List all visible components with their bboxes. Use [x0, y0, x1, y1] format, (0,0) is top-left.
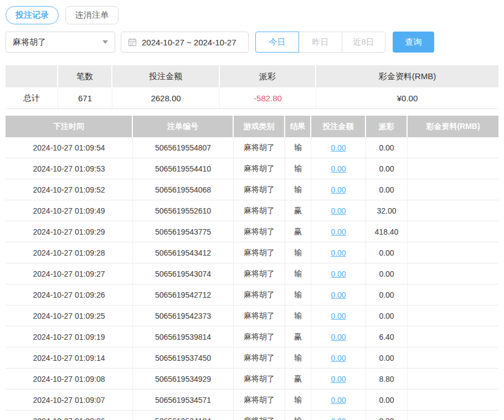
record-game: 麻将胡了 [234, 242, 285, 263]
record-result: 输 [285, 348, 311, 369]
summary-total-count: 671 [58, 87, 112, 109]
bet-amount-link[interactable]: 0.00 [331, 143, 346, 152]
record-result: 输 [285, 179, 311, 200]
quick-range-today-label: 今日 [269, 37, 286, 48]
record-payout: 0.00 [366, 179, 408, 200]
bet-amount-link[interactable]: 0.00 [331, 291, 346, 299]
record-game: 麻将胡了 [234, 137, 285, 158]
filter-toolbar: 麻将胡了 2024-10-27 ~ 2024-10-27 今日 昨 [6, 32, 498, 53]
quick-range-last8days[interactable]: 近8日 [342, 32, 385, 53]
records-header-time: 下注时间 [6, 116, 133, 137]
record-bonus [408, 263, 498, 284]
game-select-value: 麻将胡了 [13, 37, 46, 48]
record-row: 2024-10-27 01:09:26 5065619542712 麻将胡了 输… [6, 284, 498, 305]
quick-range-yesterday[interactable]: 昨日 [299, 32, 342, 53]
record-bet-id: 5065619534184 [133, 411, 234, 420]
record-time: 2024-10-27 01:09:19 [6, 326, 133, 348]
tab-betting-records[interactable]: 投注记录 [6, 6, 59, 24]
bet-amount-link[interactable]: 0.00 [331, 206, 346, 215]
date-range-picker[interactable]: 2024-10-27 ~ 2024-10-27 [121, 32, 249, 53]
record-bonus [408, 221, 498, 242]
record-game: 麻将胡了 [234, 284, 285, 305]
record-time: 2024-10-27 01:09:54 [6, 137, 133, 158]
record-bet-id: 5065619552610 [133, 200, 234, 221]
record-bonus [408, 284, 498, 305]
record-row: 2024-10-27 01:09:07 5065619534571 麻将胡了 输… [6, 390, 498, 411]
bet-amount-link[interactable]: 0.00 [331, 269, 346, 278]
record-time: 2024-10-27 01:09:14 [6, 348, 133, 369]
quick-range-today[interactable]: 今日 [255, 32, 299, 53]
record-result: 输 [285, 158, 311, 179]
bet-amount-link[interactable]: 0.00 [331, 396, 346, 405]
record-bet-id: 5065619554807 [133, 137, 234, 158]
betting-records-page: 投注记录 连消注单 麻将胡了 2024-10-27 ~ 2024-10-27 [0, 6, 504, 420]
record-game: 麻将胡了 [234, 348, 285, 369]
record-payout: 0.00 [366, 137, 408, 158]
record-payout: 8.80 [366, 369, 408, 390]
record-bonus [408, 326, 498, 348]
quick-range-last8days-label: 近8日 [353, 37, 374, 48]
quick-range-group: 今日 昨日 近8日 [255, 32, 385, 53]
record-bonus [408, 158, 498, 179]
tab-cancelled-bets[interactable]: 连消注单 [65, 6, 119, 24]
record-result: 赢 [285, 221, 311, 242]
summary-header-blank [6, 65, 58, 87]
game-select[interactable]: 麻将胡了 [6, 32, 115, 53]
record-payout: 0.00 [366, 263, 408, 284]
record-time: 2024-10-27 01:09:07 [6, 390, 133, 411]
bet-amount-link[interactable]: 0.00 [331, 248, 346, 257]
query-button[interactable]: 查询 [393, 32, 434, 53]
record-result: 输 [285, 284, 311, 305]
record-row: 2024-10-27 01:09:53 5065619554410 麻将胡了 输… [6, 158, 498, 179]
record-game: 麻将胡了 [234, 221, 285, 242]
records-header-bet-amount: 投注金额 [311, 116, 366, 137]
record-time: 2024-10-27 01:09:06 [6, 411, 133, 420]
record-bet-id: 5065619542712 [133, 284, 234, 305]
tab-cancelled-bets-label: 连消注单 [75, 10, 109, 20]
record-time: 2024-10-27 01:09:53 [6, 158, 133, 179]
bet-amount-link[interactable]: 0.00 [331, 375, 346, 383]
record-result: 赢 [285, 369, 311, 390]
bet-amount-link[interactable]: 0.00 [331, 417, 346, 420]
record-row: 2024-10-27 01:09:28 5065619543412 麻将胡了 输… [6, 242, 498, 263]
record-payout: 0.00 [366, 305, 408, 326]
bet-amount-link[interactable]: 0.00 [331, 312, 346, 320]
record-bet-id: 5065619537450 [133, 348, 234, 369]
record-bonus [408, 305, 498, 326]
bet-amount-link[interactable]: 0.00 [331, 185, 346, 194]
record-game: 麻将胡了 [234, 200, 285, 221]
record-game: 麻将胡了 [234, 179, 285, 200]
record-result: 输 [285, 242, 311, 263]
record-bet-id: 5065619542373 [133, 305, 234, 326]
record-payout: 6.40 [366, 326, 408, 348]
bet-amount-link[interactable]: 0.00 [331, 333, 346, 341]
record-payout: 0.00 [366, 242, 408, 263]
record-payout: 0.00 [366, 390, 408, 411]
record-bet-id: 5065619554068 [133, 179, 234, 200]
record-result: 赢 [285, 326, 311, 348]
record-game: 麻将胡了 [234, 369, 285, 390]
summary-header-row: 笔数 投注金额 派彩 彩金资料(RMB) [6, 65, 498, 87]
record-bonus [408, 179, 498, 200]
bet-amount-link[interactable]: 0.00 [331, 164, 346, 173]
record-row: 2024-10-27 01:09:52 5065619554068 麻将胡了 输… [6, 179, 498, 200]
record-bet-id: 5065619543412 [133, 242, 234, 263]
record-bonus [408, 200, 498, 221]
record-bonus [408, 137, 498, 158]
record-payout: 0.00 [366, 284, 408, 305]
record-result: 赢 [285, 200, 311, 221]
records-header-result: 结果 [285, 116, 311, 137]
record-game: 麻将胡了 [234, 411, 285, 420]
bet-amount-link[interactable]: 0.00 [331, 354, 346, 362]
record-payout: 32.00 [366, 200, 408, 221]
records-body: 2024-10-27 01:09:54 5065619554807 麻将胡了 输… [6, 137, 498, 420]
calendar-icon [128, 38, 137, 46]
record-bet-id: 5065619543074 [133, 263, 234, 284]
record-bonus [408, 390, 498, 411]
records-header-row: 下注时间 注单编号 游戏类别 结果 投注金额 派彩 彩金资料(RMB) [6, 116, 498, 137]
record-time: 2024-10-27 01:09:27 [6, 263, 133, 284]
summary-total-row: 总计 671 2628.00 -582.80 ¥0.00 [6, 87, 498, 109]
bet-amount-link[interactable]: 0.00 [331, 227, 346, 236]
records-header-bet-id: 注单编号 [133, 116, 234, 137]
record-result: 输 [285, 305, 311, 326]
